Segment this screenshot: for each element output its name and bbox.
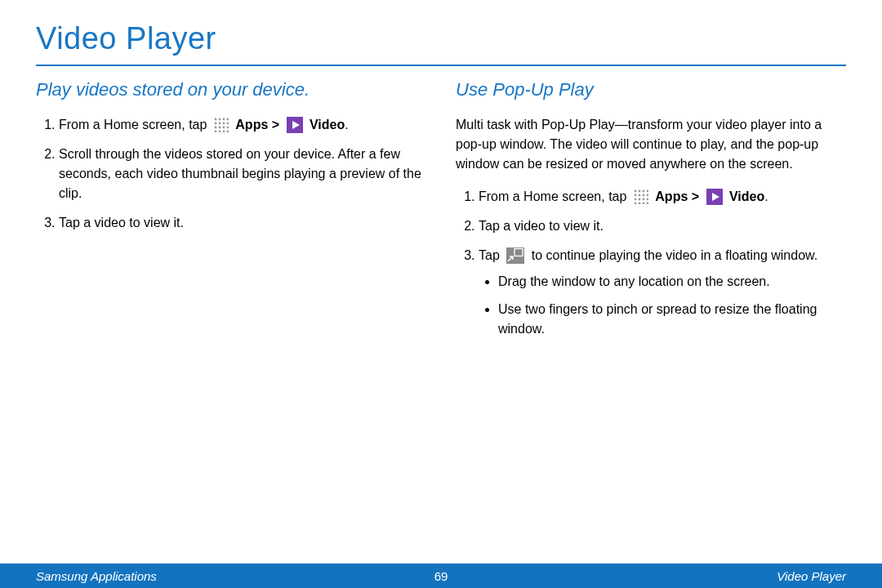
svg-point-0 bbox=[214, 118, 216, 120]
step-text: From a Home screen, tap bbox=[479, 189, 630, 203]
left-step-1: From a Home screen, tap Apps > Video. bbox=[59, 115, 426, 135]
left-column: Play videos stored on your device. From … bbox=[36, 79, 426, 349]
video-label: Video bbox=[310, 118, 345, 131]
left-step-2: Scroll through the videos stored on your… bbox=[59, 145, 426, 203]
svg-point-23 bbox=[638, 194, 640, 196]
video-play-icon bbox=[706, 189, 723, 205]
video-label: Video bbox=[729, 189, 764, 203]
svg-point-22 bbox=[634, 194, 636, 196]
page-title: Video Player bbox=[36, 16, 846, 66]
svg-point-18 bbox=[634, 189, 636, 192]
apps-grid-icon bbox=[214, 118, 229, 132]
apps-label: Apps bbox=[235, 118, 268, 131]
svg-point-9 bbox=[218, 126, 220, 128]
separator: > bbox=[268, 118, 283, 131]
svg-point-7 bbox=[226, 122, 228, 124]
right-column: Use Pop-Up Play Multi task with Pop-Up P… bbox=[456, 79, 846, 349]
right-steps: From a Home screen, tap Apps > Video. Ta… bbox=[456, 187, 846, 339]
svg-point-27 bbox=[638, 198, 640, 200]
columns: Play videos stored on your device. From … bbox=[36, 79, 846, 349]
svg-point-32 bbox=[642, 202, 644, 203]
apps-grid-icon bbox=[634, 189, 648, 204]
separator: > bbox=[688, 189, 702, 203]
right-step-3: Tap to continue playing the video in a f… bbox=[479, 246, 846, 339]
left-steps: From a Home screen, tap Apps > Video. Sc… bbox=[36, 115, 426, 233]
svg-point-2 bbox=[222, 118, 225, 120]
left-step-3: Tap a video to view it. bbox=[59, 213, 426, 233]
footer-right: Video Player bbox=[777, 569, 846, 583]
popup-window-icon bbox=[506, 247, 524, 264]
svg-point-10 bbox=[222, 126, 225, 128]
svg-point-5 bbox=[218, 122, 220, 124]
svg-point-30 bbox=[634, 202, 636, 203]
right-bullets: Drag the window to any location on the s… bbox=[479, 272, 846, 339]
svg-point-12 bbox=[214, 130, 216, 131]
svg-point-24 bbox=[642, 194, 644, 196]
video-play-icon bbox=[287, 117, 303, 133]
bullet-1: Drag the window to any location on the s… bbox=[498, 272, 846, 292]
bullet-2: Use two fingers to pinch or spread to re… bbox=[498, 300, 846, 339]
document-page: Video Player Play videos stored on your … bbox=[0, 0, 882, 588]
svg-point-3 bbox=[226, 118, 228, 120]
svg-point-6 bbox=[222, 122, 225, 124]
svg-point-29 bbox=[646, 198, 648, 200]
step-text: Tap bbox=[479, 248, 503, 262]
step-text: to continue playing the video in a float… bbox=[532, 248, 817, 262]
right-heading: Use Pop-Up Play bbox=[456, 79, 846, 100]
svg-point-1 bbox=[218, 118, 220, 120]
page-footer: Samsung Applications 69 Video Player bbox=[0, 564, 882, 588]
svg-point-31 bbox=[638, 202, 640, 203]
svg-point-8 bbox=[214, 126, 216, 128]
period: . bbox=[764, 189, 768, 203]
apps-label: Apps bbox=[655, 189, 688, 203]
right-intro: Multi task with Pop-Up Play—transform yo… bbox=[456, 115, 846, 174]
svg-point-11 bbox=[226, 126, 228, 128]
svg-point-14 bbox=[222, 130, 225, 131]
svg-point-19 bbox=[638, 189, 640, 192]
period: . bbox=[345, 118, 348, 131]
svg-point-4 bbox=[214, 122, 216, 124]
step-text: From a Home screen, tap bbox=[59, 118, 211, 131]
svg-point-13 bbox=[218, 130, 220, 131]
svg-point-21 bbox=[646, 189, 648, 192]
left-heading: Play videos stored on your device. bbox=[36, 79, 426, 100]
svg-point-33 bbox=[646, 202, 648, 203]
svg-point-25 bbox=[646, 194, 648, 196]
footer-left: Samsung Applications bbox=[36, 569, 157, 583]
svg-point-15 bbox=[226, 130, 228, 131]
footer-page-number: 69 bbox=[434, 569, 448, 583]
svg-point-20 bbox=[642, 189, 644, 192]
svg-point-26 bbox=[634, 198, 636, 200]
right-step-1: From a Home screen, tap Apps > Video. bbox=[479, 187, 846, 207]
svg-point-28 bbox=[642, 198, 644, 200]
right-step-2: Tap a video to view it. bbox=[479, 216, 846, 236]
